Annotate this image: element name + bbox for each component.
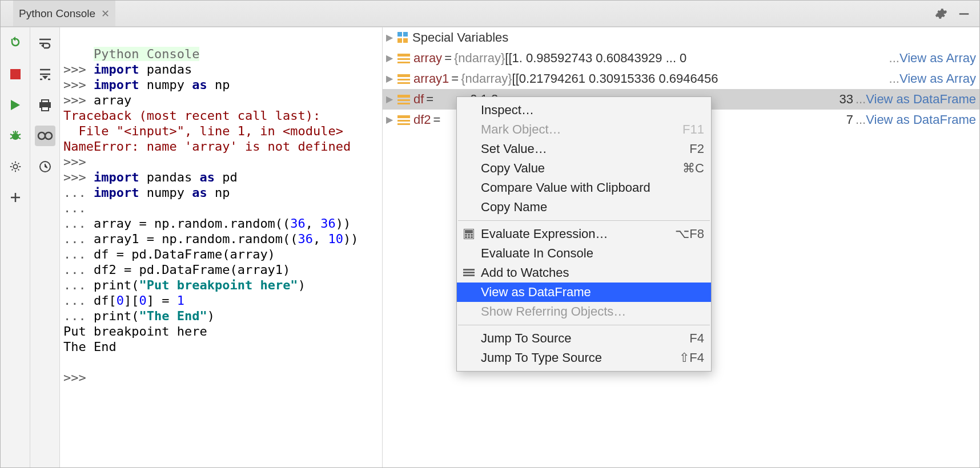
menu-item-label: Evaluate Expression…: [481, 227, 669, 241]
menu-item[interactable]: Compare Value with Clipboard: [457, 178, 711, 197]
menu-item[interactable]: Copy Name: [457, 197, 711, 217]
menu-item-label: Inspect…: [481, 103, 704, 118]
variable-type: {ndarray}: [461, 68, 512, 89]
view-as-link[interactable]: View as DataFrame: [866, 89, 976, 110]
menu-item-shortcut: ⇧F4: [679, 350, 704, 365]
menu-item[interactable]: Inspect…: [457, 100, 711, 120]
menu-icon-spacer: [463, 332, 475, 345]
variable-name: array1: [413, 68, 449, 89]
show-variables-icon[interactable]: [35, 126, 55, 146]
tool-window-tabs: Python Console ✕: [13, 1, 115, 26]
svg-point-3: [13, 164, 17, 168]
new-console-icon[interactable]: [5, 187, 26, 208]
menu-icon-spacer: [463, 123, 475, 136]
minimize-icon[interactable]: [958, 7, 970, 20]
scroll-to-end-icon[interactable]: [35, 64, 55, 84]
menu-item-label: Evaluate In Console: [481, 246, 704, 261]
menu-item-label: Copy Name: [481, 200, 704, 215]
menu-item[interactable]: Jump To Type Source⇧F4: [457, 348, 711, 368]
menu-item[interactable]: Evaluate Expression…⌥F8: [457, 224, 711, 244]
menu-icon-spacer: [463, 181, 475, 194]
special-vars-icon: [397, 32, 409, 43]
variable-row[interactable]: ▶array = {ndarray} [[1. 0.98592743 0.608…: [383, 48, 979, 68]
svg-rect-1: [10, 69, 21, 79]
ellipsis: ...: [856, 89, 866, 110]
rerun-icon[interactable]: [5, 33, 26, 54]
variable-tail: 33: [839, 89, 853, 110]
expand-icon[interactable]: ▶: [386, 27, 397, 48]
variable-context-menu: Inspect…Mark Object…F11Set Value…F2Copy …: [456, 96, 712, 372]
menu-item[interactable]: Set Value…F2: [457, 139, 711, 159]
view-as-link[interactable]: View as Array: [899, 48, 976, 68]
menu-item[interactable]: Copy Value⌘C: [457, 159, 711, 178]
menu-item-label: View as DataFrame: [481, 285, 704, 300]
settings-icon[interactable]: [5, 156, 26, 177]
execute-icon[interactable]: [5, 95, 26, 115]
svg-rect-0: [959, 13, 969, 15]
menu-item-shortcut: F2: [689, 142, 704, 156]
debug-icon[interactable]: [5, 126, 26, 146]
variable-row-special[interactable]: ▶ Special Variables: [383, 27, 979, 48]
expand-icon[interactable]: ▶: [386, 89, 397, 110]
menu-icon-spacer: [463, 247, 475, 260]
menu-item: Show Referring Objects…: [457, 302, 711, 321]
menu-icon-spacer: [463, 104, 475, 116]
variable-type: {ndarray}: [454, 48, 505, 68]
variable-name: df2: [413, 110, 431, 130]
variable-value: [[1. 0.98592743 0.60843929 ... 0: [505, 48, 686, 68]
tool-window-header: Python Console ✕: [1, 1, 979, 27]
ellipsis: ...: [889, 68, 899, 89]
special-vars-label: Special Variables: [412, 27, 508, 48]
menu-item-shortcut: F4: [689, 331, 704, 346]
menu-separator: [458, 220, 710, 221]
view-as-link[interactable]: View as DataFrame: [866, 110, 976, 130]
variable-equals: =: [433, 110, 441, 130]
variable-row[interactable]: ▶array1 = {ndarray} [[0.21794261 0.30915…: [383, 68, 979, 89]
tab-title: Python Console: [19, 7, 95, 20]
expand-icon[interactable]: ▶: [386, 68, 397, 89]
console-action-toolbar: [1, 27, 30, 467]
console-output[interactable]: Python Console >>> import pandas>>> impo…: [60, 27, 382, 467]
soft-wrap-icon[interactable]: [35, 33, 55, 54]
header-actions: [935, 7, 979, 20]
variable-icon: [397, 115, 410, 124]
gear-icon[interactable]: [935, 7, 947, 20]
menu-item[interactable]: View as DataFrame: [457, 283, 711, 302]
variable-icon: [397, 54, 410, 63]
console-lines: >>> import pandas>>> import numpy as np>…: [63, 62, 376, 385]
svg-rect-6: [42, 107, 49, 111]
svg-point-2: [12, 133, 19, 140]
svg-point-8: [45, 132, 52, 139]
menu-item-label: Show Referring Objects…: [481, 304, 704, 319]
menu-icon-spacer: [463, 286, 475, 298]
calculator-icon: [463, 228, 475, 240]
ellipsis: ...: [889, 48, 899, 68]
close-tab-icon[interactable]: ✕: [101, 7, 110, 20]
menu-icon-spacer: [463, 305, 475, 318]
menu-icon-spacer: [463, 162, 475, 175]
variable-equals: =: [444, 48, 452, 68]
menu-item-shortcut: ⌘C: [682, 161, 704, 176]
menu-item[interactable]: Add to Watches: [457, 263, 711, 283]
menu-icon-spacer: [463, 352, 475, 364]
menu-icon-spacer: [463, 201, 475, 213]
menu-item-shortcut: ⌥F8: [675, 227, 704, 241]
variable-tail: 7: [846, 110, 853, 130]
variable-value: [[0.21794261 0.30915336 0.6946456: [512, 68, 718, 89]
menu-item-label: Set Value…: [481, 142, 684, 156]
menu-icon-spacer: [463, 143, 475, 155]
menu-item-label: Jump To Source: [481, 331, 684, 346]
tab-python-console[interactable]: Python Console ✕: [13, 1, 115, 26]
expand-icon[interactable]: ▶: [386, 48, 397, 68]
menu-item[interactable]: Jump To SourceF4: [457, 329, 711, 348]
menu-separator: [458, 325, 710, 325]
stop-icon[interactable]: [5, 64, 26, 84]
svg-rect-5: [42, 100, 49, 103]
view-as-link[interactable]: View as Array: [899, 68, 976, 89]
history-icon[interactable]: [35, 156, 55, 177]
expand-icon[interactable]: ▶: [386, 110, 397, 130]
menu-item[interactable]: Evaluate In Console: [457, 244, 711, 263]
variable-equals: =: [426, 89, 433, 110]
print-icon[interactable]: [35, 95, 55, 115]
console-title: Python Console: [94, 47, 199, 61]
